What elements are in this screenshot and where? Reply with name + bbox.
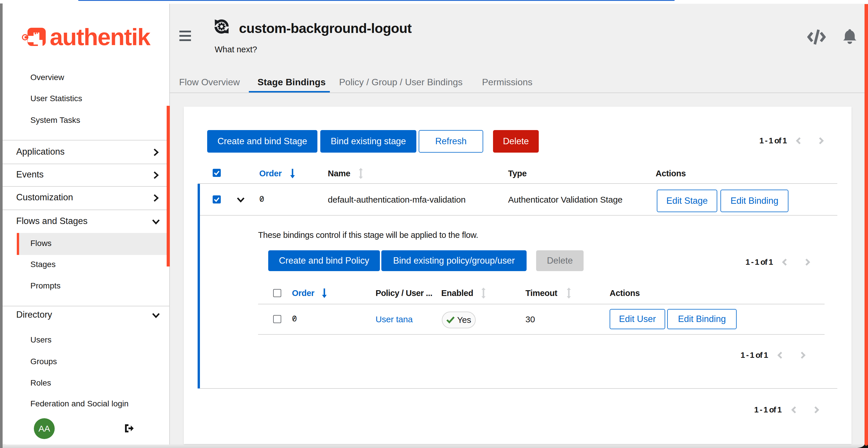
- svg-text:authentik: authentik: [50, 25, 151, 50]
